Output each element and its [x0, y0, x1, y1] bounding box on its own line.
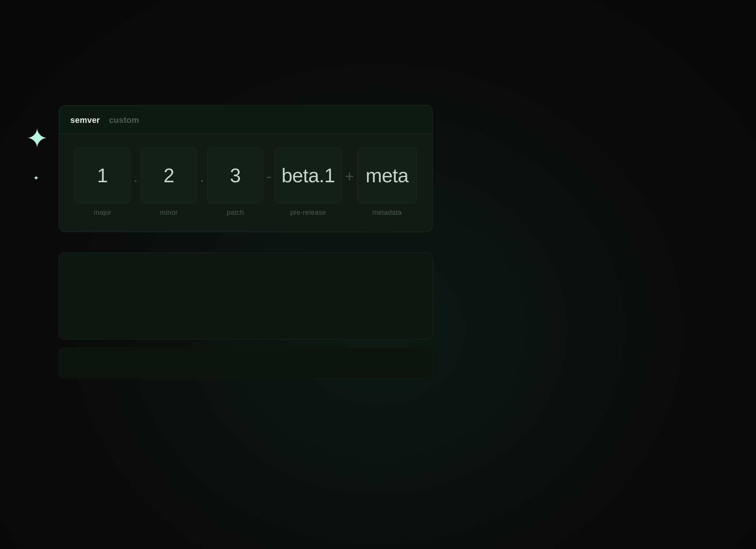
dot-separator-2: .: [200, 167, 204, 197]
segment-major: 1 major: [74, 147, 130, 217]
prerelease-label: pre-release: [290, 209, 326, 217]
sparkle-large-icon: ✦: [26, 125, 48, 152]
version-display: 1 major . 2 minor . 3 patch - beta.1 pre: [59, 134, 432, 232]
bottom-panel: [59, 253, 433, 340]
prerelease-box[interactable]: beta.1: [274, 147, 342, 203]
patch-value: 3: [230, 164, 240, 187]
tab-bar: semver custom: [59, 105, 432, 134]
minor-label: minor: [160, 209, 178, 217]
metadata-value: meta: [366, 164, 409, 187]
minor-value: 2: [164, 164, 174, 187]
dash-separator: -: [266, 167, 271, 197]
segment-patch: 3 patch: [207, 147, 263, 217]
plus-separator: +: [345, 167, 354, 197]
tab-semver[interactable]: semver: [70, 114, 100, 127]
major-box[interactable]: 1: [74, 147, 130, 203]
sparkle-small-bottom-icon: ✦: [33, 175, 39, 181]
segment-minor: 2 minor: [141, 147, 197, 217]
major-label: major: [94, 209, 112, 217]
major-value: 1: [97, 164, 108, 187]
prerelease-value: beta.1: [282, 164, 335, 187]
patch-box[interactable]: 3: [207, 147, 263, 203]
patch-label: patch: [226, 209, 244, 217]
segment-metadata: meta metadata: [357, 147, 417, 217]
dot-separator-1: .: [133, 167, 138, 197]
segment-prerelease: beta.1 pre-release: [274, 147, 342, 217]
metadata-box[interactable]: meta: [357, 147, 417, 203]
metadata-label: metadata: [372, 209, 402, 217]
tab-custom[interactable]: custom: [109, 114, 139, 127]
semver-card: semver custom 1 major . 2 minor . 3 patc…: [59, 105, 433, 232]
bottom-strip: [59, 348, 433, 378]
minor-box[interactable]: 2: [141, 147, 197, 203]
